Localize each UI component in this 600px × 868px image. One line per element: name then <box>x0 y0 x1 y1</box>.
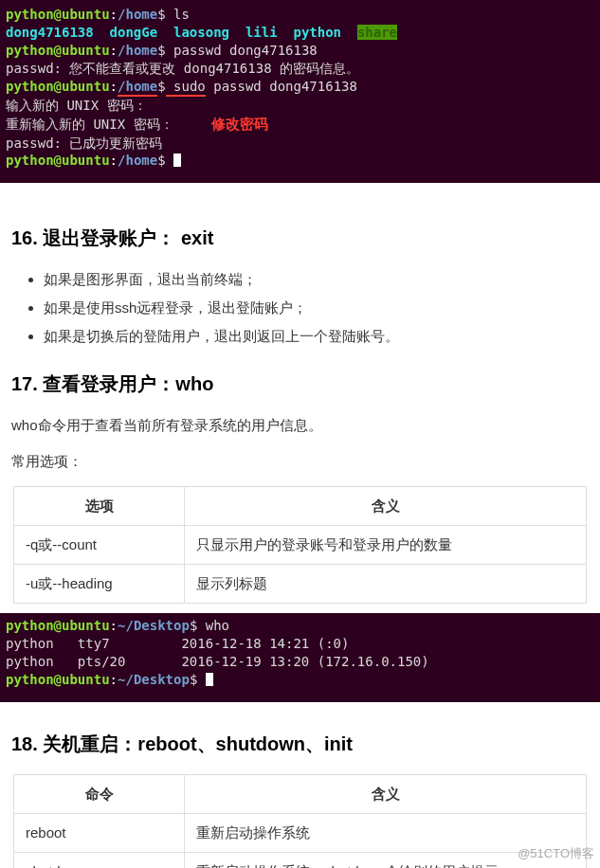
section-17-heading: 17. 查看登录用户：who <box>11 369 589 399</box>
reenter-passwd-prompt: 重新输入新的 UNIX 密码：修改密码 <box>0 115 600 134</box>
section-18-heading: 18. 关机重启：reboot、shutdown、init <box>11 729 589 759</box>
term-line: python@ubuntu:/home$ sudo passwd dong471… <box>0 78 600 98</box>
who-options-table: 选项 含义 -q或--count 只显示用户的登录账号和登录用户的数量 -u或-… <box>13 486 587 604</box>
who-output-line: python pts/20 2016-12-19 13:20 (172.16.0… <box>0 653 600 671</box>
term-line: python@ubuntu:/home$ ls <box>0 6 600 24</box>
common-options-label: 常用选项： <box>11 450 589 473</box>
section-16-heading: 16. 退出登录账户： exit <box>11 223 589 253</box>
table-header-command: 命令 <box>14 774 185 813</box>
ls-output: dong4716138 dongGe laosong lili python s… <box>0 24 600 42</box>
term-line: python@ubuntu:~/Desktop$ who <box>0 617 600 635</box>
terminal-screenshot-2: python@ubuntu:~/Desktop$ who python tty7… <box>0 613 600 702</box>
term-line: python@ubuntu:/home$ passwd dong4716138 <box>0 42 600 60</box>
section-16-list: 如果是图形界面，退出当前终端； 如果是使用ssh远程登录，退出登陆账户； 如果是… <box>11 268 589 348</box>
terminal-screenshot-1: python@ubuntu:/home$ ls dong4716138 dong… <box>0 0 600 183</box>
term-line: python@ubuntu:/home$ <box>0 152 600 170</box>
passwd-success: passwd: 已成功更新密码 <box>0 135 600 153</box>
table-header-meaning: 含义 <box>185 487 587 526</box>
passwd-error: passwd: 您不能查看或更改 dong4716138 的密码信息。 <box>0 60 600 78</box>
annotation-change-password: 修改密码 <box>211 115 268 134</box>
table-header-meaning: 含义 <box>185 774 587 813</box>
table-row: -q或--count 只显示用户的登录账号和登录用户的数量 <box>14 526 587 565</box>
cursor-icon <box>206 673 213 686</box>
reboot-commands-table: 命令 含义 reboot 重新启动操作系统 shutdown –r now 重新… <box>13 774 587 868</box>
list-item: 如果是图形界面，退出当前终端； <box>44 268 589 291</box>
table-row: -u或--heading 显示列标题 <box>14 565 587 604</box>
table-header-option: 选项 <box>14 487 185 526</box>
cursor-icon <box>173 154 181 167</box>
list-item: 如果是使用ssh远程登录，退出登陆账户； <box>44 297 589 319</box>
table-row: shutdown –r now 重新启动操作系统，shutdown会给别的用户提… <box>14 852 587 868</box>
term-line: python@ubuntu:~/Desktop$ <box>0 671 600 689</box>
list-item: 如果是切换后的登陆用户，退出则返回上一个登陆账号。 <box>44 325 589 348</box>
prompt-user: python <box>6 7 54 22</box>
who-description: who命令用于查看当前所有登录系统的用户信息。 <box>11 414 589 437</box>
table-row: reboot 重新启动操作系统 <box>14 813 587 852</box>
who-output-line: python tty7 2016-12-18 14:21 (:0) <box>0 635 600 653</box>
new-passwd-prompt: 输入新的 UNIX 密码： <box>0 97 600 115</box>
watermark: @51CTO博客 <box>518 844 594 864</box>
